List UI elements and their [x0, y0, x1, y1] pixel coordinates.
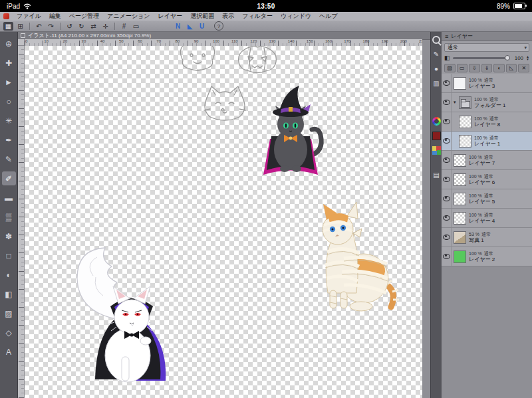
tool-glyph: ►: [5, 78, 13, 87]
visibility-toggle[interactable]: [442, 151, 452, 169]
brush-tool[interactable]: ▬: [2, 191, 16, 205]
snap-special-icon[interactable]: U: [197, 22, 207, 31]
snap-ruler-icon[interactable]: ◣: [185, 22, 195, 31]
ruler-icon[interactable]: ◺: [506, 64, 517, 72]
rotate-left-icon[interactable]: ↺: [65, 22, 74, 31]
color-patch-icon[interactable]: [432, 132, 441, 140]
eyedropper-tool[interactable]: ✒: [2, 133, 16, 147]
layer-thumbnail: [454, 193, 466, 205]
toolbar-separator[interactable]: [114, 23, 115, 30]
rotate-right-icon[interactable]: ↻: [76, 22, 86, 31]
transfer-down-icon[interactable]: ⇩: [469, 64, 480, 72]
layer-row[interactable]: ▾ 100 %通常 レイヤー 7: [442, 151, 532, 170]
help-icon[interactable]: ?: [214, 21, 223, 31]
menu-item[interactable]: アニメーション: [103, 12, 154, 21]
sketch-lineart: [180, 46, 276, 120]
material-icon[interactable]: ▤: [432, 171, 441, 179]
menu-item[interactable]: レイヤー: [154, 12, 187, 21]
zoom-tool[interactable]: ⊕: [2, 37, 16, 50]
layer-row[interactable]: ▾ 100 %通常 レイヤー 6: [442, 170, 532, 189]
panel-menu-icon[interactable]: ≡: [445, 33, 448, 40]
battery-icon: [513, 3, 525, 9]
menu-item[interactable]: ページ管理: [65, 12, 103, 21]
color-set-icon[interactable]: [432, 146, 441, 155]
subtool-icon[interactable]: ✎: [432, 50, 441, 58]
flip-horizontal-icon[interactable]: ⇄: [88, 22, 98, 31]
layer-row[interactable]: ▾ 100 %通常 レイヤー 3: [442, 74, 532, 93]
layer-row[interactable]: ▾ 100 %通常 レイヤー 2: [442, 247, 532, 266]
decoration-tool[interactable]: ✽: [2, 229, 16, 243]
folder-disclosure-icon[interactable]: ▾: [454, 100, 458, 105]
opacity-value: 100: [513, 55, 523, 61]
eraser-tool[interactable]: □: [2, 249, 16, 262]
move-tool[interactable]: ✚: [2, 56, 16, 70]
pencil-tool[interactable]: ✐: [2, 171, 16, 185]
layer-row[interactable]: ▾ 100 %通常 レイヤー 4: [442, 209, 532, 228]
transform-icon[interactable]: ✛: [100, 22, 110, 31]
color-wheel-icon[interactable]: [432, 117, 441, 126]
visibility-toggle[interactable]: [442, 247, 452, 266]
visibility-toggle[interactable]: [442, 93, 452, 112]
layer-row[interactable]: ▾ 53 %通常 写真 1: [442, 228, 532, 247]
new-folder-icon[interactable]: ▭: [457, 64, 468, 72]
visibility-toggle[interactable]: [442, 228, 452, 247]
lasso-tool[interactable]: ○: [2, 94, 16, 108]
menu-item[interactable]: ファイル: [13, 12, 45, 21]
tone-icon[interactable]: ▥: [432, 79, 441, 88]
gradient-tool[interactable]: ▨: [2, 306, 16, 320]
redo-icon[interactable]: ↷: [46, 22, 56, 31]
layer-blend-mode: 通常: [489, 136, 499, 140]
brush-size-icon[interactable]: ●: [432, 64, 441, 73]
airbrush-tool[interactable]: ▒: [2, 210, 16, 224]
opacity-slider-knob[interactable]: [505, 55, 510, 60]
layer-row[interactable]: ▾ 100 %通常 レイヤー 8: [442, 112, 532, 132]
menu-item[interactable]: 表示: [218, 12, 238, 21]
app-icon[interactable]: [3, 13, 9, 19]
visibility-toggle[interactable]: [442, 112, 452, 131]
opacity-stepper[interactable]: ▲▼: [526, 55, 529, 60]
toolbar-separator[interactable]: [29, 23, 30, 30]
layers-panel-title: レイヤー: [451, 33, 473, 40]
snap-line-icon[interactable]: N: [173, 22, 183, 31]
opacity-slider[interactable]: [453, 57, 511, 59]
visibility-toggle[interactable]: [442, 74, 452, 92]
toolbar-glyph: U: [200, 22, 204, 31]
pen-tool[interactable]: ✎: [2, 152, 16, 166]
eye-icon: [443, 100, 450, 105]
ruler-corner: [18, 39, 25, 46]
workspace-grid-icon[interactable]: ▦: [3, 22, 13, 31]
layer-row[interactable]: ▾ 100 %通常 レイヤー 1: [442, 132, 532, 151]
visibility-toggle[interactable]: [442, 132, 452, 150]
menu-item[interactable]: ウィンドウ: [277, 12, 315, 21]
operation-tool[interactable]: ►: [2, 75, 16, 89]
text-tool[interactable]: A: [2, 345, 16, 359]
delete-icon[interactable]: ✕: [518, 64, 529, 72]
menu-item[interactable]: 編集: [45, 12, 65, 21]
visibility-toggle[interactable]: [442, 170, 452, 189]
toolbar-separator[interactable]: [60, 23, 61, 30]
menu-item[interactable]: フィルター: [238, 12, 277, 21]
canvas[interactable]: [25, 46, 422, 398]
layer-row[interactable]: ▾ 100 %通常 フォルダー 1: [442, 93, 532, 112]
blend-mode-select[interactable]: 通常: [444, 43, 529, 52]
layer-thumb-cell: ▾: [452, 93, 473, 112]
visibility-toggle[interactable]: [442, 209, 452, 227]
layer-row[interactable]: ▾ 100 %通常 レイヤー 5: [442, 189, 532, 209]
magic-wand-tool[interactable]: ✳: [2, 114, 16, 128]
search-icon[interactable]: [432, 36, 440, 44]
device-label: iPad: [7, 3, 20, 10]
new-layer-icon[interactable]: ▧: [444, 64, 456, 72]
mask-icon[interactable]: ◐: [493, 64, 505, 72]
frame-icon[interactable]: ▭: [131, 22, 141, 31]
menu-item[interactable]: 選択範囲: [186, 12, 218, 21]
visibility-toggle[interactable]: [442, 189, 452, 208]
layer-blend-mode: 通常: [484, 213, 493, 217]
blend-tool[interactable]: ◐: [2, 268, 16, 282]
figure-tool[interactable]: ◇: [2, 326, 16, 340]
merge-down-icon[interactable]: ⇓: [481, 64, 493, 72]
menu-item[interactable]: ヘルプ: [315, 12, 342, 21]
fill-tool[interactable]: ◧: [2, 287, 16, 301]
undo-icon[interactable]: ↶: [34, 22, 44, 31]
panel-layout-icon[interactable]: ⊞: [15, 22, 25, 31]
grid-icon[interactable]: #: [119, 22, 129, 31]
